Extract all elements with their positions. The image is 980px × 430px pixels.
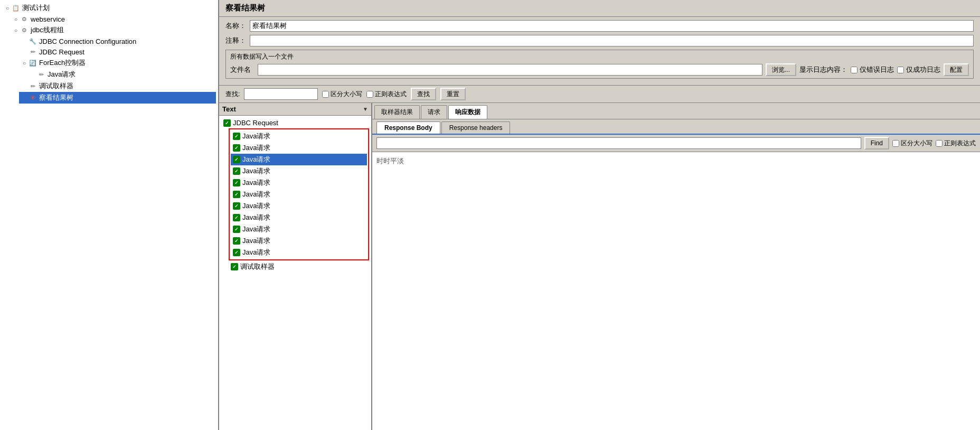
- case-sensitive-checkbox[interactable]: [322, 91, 329, 98]
- dropdown-arrow-icon[interactable]: ▼: [363, 106, 368, 112]
- title-text: 察看结果树: [225, 3, 265, 12]
- result-item-java-3-selected[interactable]: Java请求: [231, 154, 367, 165]
- sidebar-item-result-tree[interactable]: 👁 察看结果树: [19, 92, 216, 104]
- status-green-icon: [233, 133, 240, 140]
- tab-label: 响应数据: [455, 108, 480, 116]
- red-box-container: Java请求 Java请求 Java请求 Java请求: [229, 128, 369, 260]
- result-item-java-7[interactable]: Java请求: [231, 200, 367, 212]
- sidebar-item-java-request[interactable]: ✏ Java请求: [27, 69, 216, 80]
- sidebar-item-jdbc-conn-config[interactable]: 🔧 JDBC Connection Configuration: [19, 36, 216, 46]
- name-input[interactable]: [250, 20, 974, 32]
- detail-case-sensitive-label: 区分大小写: [901, 139, 932, 148]
- comment-label: 注释：: [225, 36, 247, 45]
- sidebar-item-label: ForEach控制器: [39, 58, 86, 68]
- success-log-group: 仅成功日志: [897, 65, 940, 74]
- sidebar-item-label: jdbc线程组: [31, 25, 64, 35]
- sidebar: ○ 📋 测试计划 ○ ⚙ webservice ○ ⚙ jdbc线程组 🔧 JD…: [0, 0, 219, 430]
- regex-checkbox[interactable]: [366, 91, 373, 98]
- tab-response-data[interactable]: 响应数据: [448, 105, 487, 119]
- file-label: 文件名: [230, 65, 251, 74]
- result-item-label: 调试取样器: [240, 262, 275, 272]
- detail-find-button[interactable]: Find: [864, 137, 889, 149]
- eye-icon: 👁: [29, 94, 37, 102]
- tab-label: 请求: [428, 108, 440, 116]
- split-area: Text ▼ JDBC Request Java请求: [219, 103, 980, 430]
- case-sensitive-label: 区分大小写: [331, 90, 362, 99]
- status-green-icon: [233, 191, 240, 198]
- result-item-label: JDBC Request: [233, 119, 278, 127]
- results-tree-header-text: Text: [222, 105, 363, 113]
- wrench-icon: 🔧: [29, 37, 37, 45]
- result-item-label: Java请求: [242, 178, 270, 188]
- sub-tab-label: Response headers: [449, 124, 503, 132]
- file-input[interactable]: [258, 64, 762, 76]
- status-green-icon: [233, 202, 240, 210]
- reset-button[interactable]: 重置: [440, 88, 466, 100]
- result-item-java-8[interactable]: Java请求: [231, 212, 367, 223]
- sub-tab-response-headers[interactable]: Response headers: [441, 121, 511, 134]
- result-item-java-9[interactable]: Java请求: [231, 223, 367, 235]
- regex-group: 正则表达式: [366, 90, 407, 99]
- result-item-label: Java请求: [242, 236, 270, 246]
- detail-case-sensitive-group: 区分大小写: [892, 139, 932, 148]
- result-item-java-2[interactable]: Java请求: [231, 142, 367, 154]
- sidebar-item-label: webservice: [31, 15, 65, 23]
- results-list: JDBC Request Java请求 Java请求: [219, 116, 371, 430]
- detail-regex-group: 正则表达式: [936, 139, 976, 148]
- result-item-java-4[interactable]: Java请求: [231, 165, 367, 177]
- comment-input[interactable]: [250, 35, 974, 46]
- status-green-icon: [233, 156, 240, 163]
- find-button[interactable]: 查找: [411, 88, 436, 100]
- result-item-debug[interactable]: 调试取样器: [229, 261, 369, 273]
- sidebar-item-webservice[interactable]: ○ ⚙ webservice: [11, 14, 216, 24]
- sub-tab-response-body[interactable]: Response Body: [376, 121, 440, 134]
- expand-icon: ○: [21, 60, 27, 66]
- result-item-label: Java请求: [242, 225, 270, 234]
- sidebar-item-label: Java请求: [48, 70, 76, 79]
- loop-icon: 🔄: [29, 59, 37, 67]
- result-item-label: Java请求: [242, 201, 270, 211]
- result-item-java-6[interactable]: Java请求: [231, 189, 367, 200]
- config-button[interactable]: 配置: [944, 63, 969, 76]
- result-item-java-5[interactable]: Java请求: [231, 177, 367, 189]
- file-section: 所有数据写入一个文件 文件名 浏览... 显示日志内容： 仅错误日志 仅成功日志…: [225, 50, 974, 79]
- sidebar-item-jdbc-request[interactable]: ✏ JDBC Request: [19, 46, 216, 57]
- result-item-label: Java请求: [242, 248, 270, 257]
- expand-icon: [21, 38, 27, 44]
- success-log-checkbox[interactable]: [897, 67, 904, 73]
- result-item-java-10[interactable]: Java请求: [231, 235, 367, 247]
- search-bar: 查找: 区分大小写 正则表达式 查找 重置: [219, 86, 980, 103]
- detail-case-sensitive-checkbox[interactable]: [892, 140, 899, 147]
- sidebar-item-foreach[interactable]: ○ 🔄 ForEach控制器: [19, 57, 216, 69]
- result-item-java-11[interactable]: Java请求: [231, 247, 367, 258]
- tab-request[interactable]: 请求: [421, 105, 447, 119]
- expand-icon: ○: [13, 16, 19, 22]
- main-panel: 察看结果树 名称： 注释： 所有数据写入一个文件 文件名 浏览... 显: [219, 0, 980, 430]
- file-row: 文件名 浏览... 显示日志内容： 仅错误日志 仅成功日志 配置: [230, 63, 969, 76]
- browse-button[interactable]: 浏览...: [766, 63, 796, 76]
- sidebar-tree: ○ 📋 测试计划 ○ ⚙ webservice ○ ⚙ jdbc线程组 🔧 JD…: [0, 0, 218, 430]
- status-green-icon: [233, 249, 240, 256]
- sidebar-item-jdbc-threadgroup[interactable]: ○ ⚙ jdbc线程组: [11, 24, 216, 36]
- sidebar-item-label: JDBC Connection Configuration: [39, 38, 136, 45]
- status-green-icon: [233, 237, 240, 245]
- search-input[interactable]: [244, 88, 318, 100]
- expand-icon: [21, 95, 27, 101]
- success-log-label: 仅成功日志: [906, 65, 940, 74]
- sidebar-item-debug-sampler[interactable]: ✏ 调试取样器: [19, 80, 216, 92]
- expand-icon: ○: [4, 5, 11, 11]
- result-item-jdbc[interactable]: JDBC Request: [221, 118, 369, 128]
- sidebar-item-testplan[interactable]: ○ 📋 测试计划: [2, 2, 216, 14]
- detail-search-input[interactable]: [376, 137, 861, 149]
- detail-regex-checkbox[interactable]: [936, 140, 943, 147]
- result-item-java-1[interactable]: Java请求: [231, 130, 367, 142]
- tab-sampler-result[interactable]: 取样器结果: [374, 105, 420, 119]
- error-log-checkbox[interactable]: [851, 67, 858, 73]
- pencil-icon: ✏: [37, 70, 45, 79]
- status-green-icon: [233, 144, 240, 152]
- pencil-icon: ✏: [29, 82, 37, 90]
- gear-icon: ⚙: [20, 26, 29, 34]
- detail-panel: 取样器结果 请求 响应数据 Response Body Response: [372, 103, 980, 430]
- sub-tab-label: Response Body: [384, 124, 432, 132]
- name-label: 名称：: [225, 21, 247, 31]
